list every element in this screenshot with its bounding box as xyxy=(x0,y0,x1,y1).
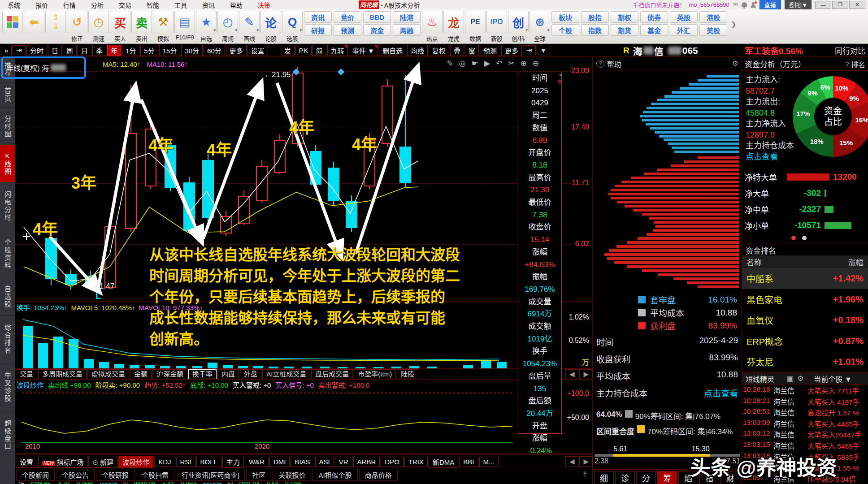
volume-tab-换手率[interactable]: 换手率 xyxy=(188,369,217,379)
ranking-col-名称[interactable]: 名称 xyxy=(746,256,762,268)
period-tab-周[interactable]: 周 xyxy=(63,45,77,56)
tabs-scroll-left-icon[interactable]: ◀ xyxy=(565,456,579,467)
indicator-tab-BOLL[interactable]: BOLL xyxy=(196,457,221,467)
indicator-tab-BIAS[interactable]: BIAS xyxy=(291,457,314,467)
window-controls[interactable]: —❐✕ xyxy=(815,1,865,9)
pe-data-button[interactable]: PE数据 xyxy=(465,11,486,43)
drawline-button[interactable]: ✎▾画线 xyxy=(239,11,260,43)
forum-button[interactable]: 论论股 xyxy=(260,11,281,43)
bottom-link-关联报价[interactable]: 关联报价 xyxy=(273,469,311,481)
indicator-tab-指标广场[interactable]: NEW指标广场 xyxy=(38,456,87,468)
indicator-tab-W&R[interactable]: W&R xyxy=(245,457,269,467)
ipo-button[interactable]: IPO新股 xyxy=(486,11,507,43)
indicator-tab-KDJ[interactable]: KDJ xyxy=(154,457,175,467)
sidebar-item-首页[interactable]: 首页 xyxy=(0,82,15,108)
lugang-margin-top-button[interactable]: 陆港 xyxy=(393,11,421,23)
period-tab-年[interactable]: 年 xyxy=(107,45,121,56)
collapse-icon[interactable]: » xyxy=(1,46,12,55)
peer-compare-link[interactable]: 同行对比 xyxy=(835,45,865,56)
sidebar-item-闪电分时[interactable]: 闪电分时 xyxy=(0,182,15,230)
fund-rank-link[interactable]: 排名 xyxy=(851,61,865,69)
chart-option-删自选[interactable]: 删自选 xyxy=(379,45,406,56)
indicator-tab-BBI[interactable]: BBI xyxy=(459,457,478,467)
indicator-tab-新DMA[interactable]: 新DMA xyxy=(429,456,458,468)
eye-icon[interactable]: ◎ xyxy=(459,59,466,68)
hot-button[interactable]: ♨热点 xyxy=(422,11,443,43)
period-tab-季[interactable]: 季 xyxy=(92,45,106,56)
chip-tab-诊[interactable]: 诊 xyxy=(615,471,635,484)
period-button[interactable]: ◴▾周期 xyxy=(217,11,238,43)
volume-tab-盘后成交量[interactable]: 盘后成交量 xyxy=(311,369,353,379)
zoom-out-icon[interactable]: ⊖ xyxy=(533,59,539,68)
app-grid-icon[interactable] xyxy=(2,11,23,34)
chart-option-PK[interactable]: PK xyxy=(295,46,312,55)
indicator-tab-M...[interactable]: M... xyxy=(479,457,499,467)
toolbar-expand-icon[interactable]: ❯ xyxy=(731,20,737,28)
bbd-funds-top-button[interactable]: BBD xyxy=(363,11,391,23)
news-research-bottom-button[interactable]: 研报 xyxy=(304,24,332,36)
order-button[interactable]: 委托|▼ xyxy=(785,0,812,10)
options-futures-bottom-button[interactable]: 期货 xyxy=(611,24,638,36)
period-tab-5分[interactable]: 5分 xyxy=(140,45,158,56)
volume-tab-虚拟成交量[interactable]: 虚拟成交量 xyxy=(87,369,129,379)
view-link[interactable]: 点击查看 xyxy=(704,387,738,399)
sidebar-item-分时图[interactable]: 分时图 xyxy=(0,108,15,145)
ranking-row[interactable]: ERP概念+0.87% xyxy=(742,331,868,352)
industry-label[interactable]: 军工装备0.56% xyxy=(745,44,803,56)
popout-icon[interactable]: ▣ xyxy=(787,374,794,383)
updown-icons[interactable]: ⇧⇩ xyxy=(45,11,66,34)
chart-option-叠[interactable]: 叠 xyxy=(450,45,464,56)
dragontiger-button[interactable]: 龙龙虎 xyxy=(443,11,464,43)
sidebar-item-K线图[interactable]: K线图 xyxy=(0,145,15,182)
period-tab-30分[interactable]: 30分 xyxy=(181,45,203,56)
period-tab-分时[interactable]: 分时 xyxy=(26,45,47,56)
chuangke-button[interactable]: 创▾创/科 xyxy=(508,11,529,43)
sprite-entry[interactable]: 10:28:51海兰信急速拉升 1.57 % xyxy=(743,407,868,417)
menu-item-3[interactable]: 分析 xyxy=(83,0,111,9)
indicator-tab-DMI[interactable]: DMI xyxy=(269,457,290,467)
period-tab-1分[interactable]: 1分 xyxy=(122,45,139,56)
back-button[interactable]: ⬅ xyxy=(24,11,44,34)
volume-tab-沪深金额[interactable]: 沪深金额 xyxy=(152,369,187,379)
bottom-link-个股研报[interactable]: 个股研报 xyxy=(96,469,135,481)
chart-option-窗[interactable]: 窗 xyxy=(465,45,479,56)
hand-icon[interactable]: ☛ xyxy=(472,59,478,68)
play-icon[interactable]: ▶ xyxy=(484,59,490,68)
bottom-link-个股新闻[interactable]: 个股新闻 xyxy=(16,469,55,481)
bbd-funds-bottom-button[interactable]: 资金 xyxy=(363,24,391,36)
volume-tab-陆股[interactable]: 陆股 xyxy=(397,369,418,379)
tabs-scroll-right-icon[interactable]: ▶ xyxy=(579,456,593,467)
cut-icon[interactable]: ✂ xyxy=(508,59,514,68)
menu-item-0[interactable]: 系统 xyxy=(0,0,28,9)
ranking-row[interactable]: 中船系+1.42% xyxy=(742,268,868,289)
sidebar-item-自选股[interactable]: 自选股 xyxy=(0,278,15,315)
chart-option-事件 ▼[interactable]: 事件 ▼ xyxy=(349,45,378,56)
chart-option-更多[interactable]: 更多 xyxy=(501,45,522,56)
chart-option-发[interactable]: 发 xyxy=(281,45,295,56)
chip-tab-分[interactable]: 分 xyxy=(636,471,656,484)
sidebar-item-综合排名[interactable]: 综合排名 xyxy=(0,315,15,363)
jump-icon[interactable]: ⇥ xyxy=(13,45,26,55)
mail-icon[interactable]: ✉ xyxy=(733,1,738,8)
chart-option-九转[interactable]: 九转 xyxy=(327,45,348,56)
ranking-row[interactable]: 芬太尼+1.01% xyxy=(742,351,868,372)
indicator-tab-波段炒作[interactable]: 波段炒作 xyxy=(118,456,153,468)
indicator-tab-主力[interactable]: 主力 xyxy=(222,456,244,468)
bonds-funds-bottom-button[interactable]: 基金 xyxy=(640,24,668,36)
menu-item-9[interactable]: 决策 xyxy=(250,0,278,9)
bottom-link-商品价格[interactable]: 商品价格 xyxy=(359,469,398,481)
sell-button[interactable]: 卖卖出 xyxy=(131,11,152,43)
dot[interactable] xyxy=(802,236,807,240)
chart-option-预测[interactable]: 预测 xyxy=(480,45,500,56)
help-label[interactable]: 帮助 xyxy=(607,58,621,69)
indicator-tab-ASI[interactable]: ASI xyxy=(315,457,334,467)
uk-forex-bottom-button[interactable]: 外汇 xyxy=(670,24,698,36)
simulate-button[interactable]: ⚒模拟 xyxy=(153,11,174,43)
hk-us-bottom-button[interactable]: 美股 xyxy=(699,24,727,36)
sprite-entry[interactable]: 10:28:18海兰信大笔买入 7711手 xyxy=(743,385,868,395)
sprite-filter[interactable]: 当前个股 ▼ xyxy=(809,373,851,384)
buy-button[interactable]: 买买入 xyxy=(110,11,130,43)
ranking-row[interactable]: 血氧仪+0.18% xyxy=(742,310,868,331)
indicator-tab-DPO[interactable]: DPO xyxy=(381,457,404,467)
chip-gear-icon[interactable]: ⚙ xyxy=(732,59,738,68)
